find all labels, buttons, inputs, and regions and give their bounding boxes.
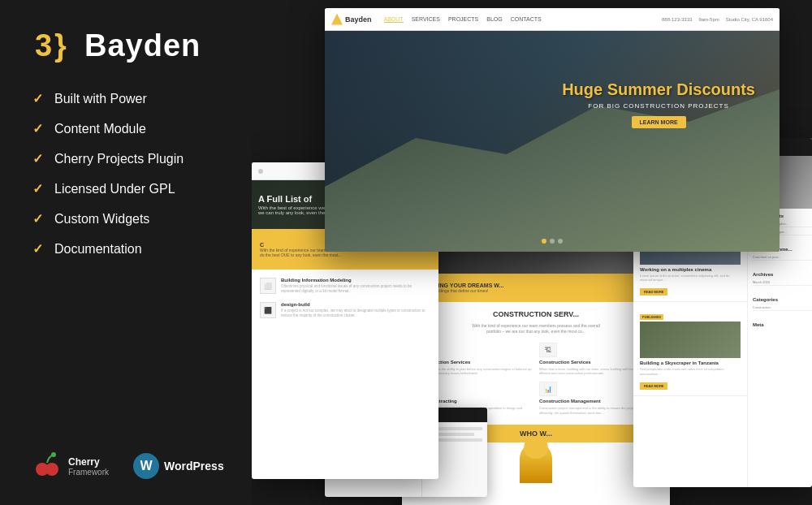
- sc-mid-services-grid: ⚒ Pre-construction Services Our seasoned…: [410, 343, 662, 415]
- sc-right-post-text-2: Sed perspiciatis unde omnis iste natus e…: [640, 367, 741, 375]
- sc-service-name-2: design-build: [281, 302, 430, 307]
- sc-worker-helmet: [524, 442, 548, 459]
- sc-nav-logo-text: Bayden: [345, 15, 372, 24]
- check-icon-2: ✓: [32, 151, 43, 166]
- brand-name: Bayden: [84, 28, 201, 63]
- feature-text-0: Built with Power: [54, 92, 147, 106]
- feature-item: ✓ Built with Power: [32, 91, 227, 106]
- screenshot-hero: Bayden ABOUT SERVICES PROJECTS BLOG CONT…: [325, 8, 780, 252]
- sc-service-item-2: ⬛ design-build If a project is not too c…: [260, 302, 430, 318]
- feature-item-2: ✓ Cherry Projects Plugin: [32, 151, 227, 166]
- check-icon-0: ✓: [32, 91, 43, 106]
- sc-phone: 888-123-3333: [662, 17, 692, 22]
- sc-service-name-1: Building Information Modeling: [281, 278, 430, 283]
- sc-service-text-1: Building Information Modeling Oftentimes…: [281, 278, 430, 294]
- sc-hero-cta-button: LEARN MORE: [632, 116, 686, 128]
- sc-nav-logo: Bayden: [331, 14, 372, 25]
- brand-logo-icon: 3 }: [32, 24, 75, 67]
- sc-dot-1: [550, 239, 555, 244]
- wordpress-label: WordPress: [164, 460, 224, 473]
- sc-hero-section: Huge Summer Discounts FOR BIG CONSTRUCTI…: [325, 31, 780, 252]
- sc-nav-contacts: CONTACTS: [511, 16, 542, 23]
- feature-item-5: ✓ Documentation: [32, 241, 227, 257]
- sc-nav-blog: BLOG: [486, 16, 502, 23]
- cherry-label-top: Cherry: [68, 456, 109, 468]
- construction-icon: 🏗: [539, 343, 557, 357]
- svg-text:}: }: [54, 28, 67, 63]
- design-icon: ⬛: [264, 307, 272, 314]
- check-icon-5: ✓: [32, 241, 43, 257]
- sc-hero-dots: [542, 239, 563, 244]
- feature-item-1: ✓ Content Module: [32, 121, 227, 136]
- bottom-logos: Cherry Framework W WordPress: [32, 435, 227, 481]
- sc-service-item-1: ⬜ Building Information Modeling Oftentim…: [260, 278, 430, 294]
- sc-hours: 9am-5pm: [698, 17, 719, 22]
- sc-right-post-title-1: Working on a multiplex cinema: [640, 267, 741, 272]
- sc-right-read-more-btn-1: READ MORE: [640, 288, 667, 296]
- check-icon-1: ✓: [32, 121, 43, 136]
- feature-item-4: ✓ Custom Widgets: [32, 211, 227, 227]
- feature-text-3: Licensed Under GPL: [54, 182, 175, 196]
- wordpress-logo: W WordPress: [133, 453, 224, 479]
- sc-nav-projects: PROJECTS: [448, 16, 478, 23]
- wordpress-icon-letter: W: [140, 459, 152, 473]
- screenshot-nav: Bayden ABOUT SERVICES PROJECTS BLOG CONT…: [325, 8, 780, 31]
- building-icon: ⬜: [264, 283, 272, 290]
- feature-text-1: Content Module: [54, 122, 146, 136]
- features-list: ✓ Built with Power ✓ Content Module ✓ Ch…: [32, 91, 227, 257]
- sc-dot-active: [542, 239, 546, 244]
- svg-point-4: [51, 452, 56, 457]
- svg-text:3: 3: [35, 28, 52, 63]
- sc-mid-section-title: CONSTRUCTION SERV...: [410, 310, 662, 318]
- sc-service-desc-2: If a project is not too complex, we may …: [281, 309, 430, 318]
- screenshots-panel: Bayden ABOUT SERVICES PROJECTS BLOG CONT…: [252, 0, 812, 505]
- sc-right-post-image-2: [640, 322, 741, 358]
- cherry-framework-logo: Cherry Framework: [32, 451, 109, 481]
- left-panel: 3 } Bayden ✓ Built with Power ✓ Content …: [0, 0, 260, 505]
- sc-archive-item-1: March 2016: [753, 279, 812, 286]
- sc-category-item-1: Construction: [753, 304, 812, 311]
- sc-service-desc-1: Oftentimes physical and functional issue…: [281, 284, 430, 294]
- sc-right-read-more-btn-2: READ MORE: [640, 382, 667, 390]
- sc-mid-section-desc: With the kind of experience our team mem…: [410, 323, 662, 335]
- sc-dot-2: [558, 239, 563, 244]
- sc-hero-content: Huge Summer Discounts FOR BIG CONSTRUCTI…: [562, 80, 755, 128]
- sc-meta-section: Meta: [753, 317, 812, 327]
- sc-meta-title: Meta: [753, 322, 812, 327]
- check-icon-4: ✓: [32, 211, 43, 227]
- feature-text-4: Custom Widgets: [54, 212, 149, 227]
- sc-mid-yellow-bar: ENGINEERING YOUR DREAMS W... We construc…: [402, 274, 670, 302]
- cherry-label-bottom: Framework: [68, 468, 109, 477]
- brand-logo-area: 3 } Bayden: [32, 24, 227, 67]
- feature-text-2: Cherry Projects Plugin: [54, 152, 184, 166]
- construction-mgmt-icon: 📊: [539, 382, 557, 396]
- sc-right-post-title-2: Building a Skyscraper in Tanzania: [640, 360, 741, 365]
- sc-archives-title: Archives: [753, 272, 812, 277]
- feature-text-5: Documentation: [54, 242, 142, 257]
- sc-right-post-2: PUBLISHED Building a Skyscraper in Tanza…: [633, 302, 747, 395]
- sc-right-post-tag-2: PUBLISHED: [640, 314, 663, 320]
- sc-service-text-2: design-build If a project is not too com…: [281, 302, 430, 318]
- feature-item-3: ✓ Licensed Under GPL: [32, 181, 227, 196]
- check-icon-3: ✓: [32, 181, 43, 196]
- sc-nav-about: ABOUT: [384, 16, 404, 23]
- sc-comment-item-1: Comment on post...: [753, 254, 812, 261]
- sc-worker-figure: [520, 442, 552, 483]
- cherry-text: Cherry Framework: [68, 456, 109, 477]
- sc-service-icon-2: ⬛: [260, 302, 276, 318]
- sc-nav-services: SERVICES: [412, 16, 440, 23]
- svg-point-3: [45, 463, 58, 476]
- sc-nav-links: ABOUT SERVICES PROJECTS BLOG CONTACTS: [384, 16, 663, 23]
- sc-nav-logo-icon: [331, 14, 343, 25]
- sc-categories-section: Categories Construction: [753, 292, 812, 311]
- sc-categories-title: Categories: [753, 297, 812, 302]
- sc-hero-title: Huge Summer Discounts: [562, 80, 755, 99]
- sc-dot-gray: [258, 169, 263, 174]
- sc-address: Studio City, CA 91604: [726, 17, 773, 22]
- sc-archives-section: Archives March 2016: [753, 267, 812, 286]
- sc-left-main-content: ⬜ Building Information Modeling Oftentim…: [252, 270, 438, 335]
- sc-nav-right-info: 888-123-3333 9am-5pm Studio City, CA 916…: [662, 17, 773, 22]
- sc-hero-subtitle: FOR BIG CONSTRUCTION PROJECTS: [562, 102, 755, 110]
- sc-service-icon-1: ⬜: [260, 278, 276, 294]
- sc-right-post-text-1: Lorem ipsum dolor sit amet, consectetur …: [640, 274, 741, 282]
